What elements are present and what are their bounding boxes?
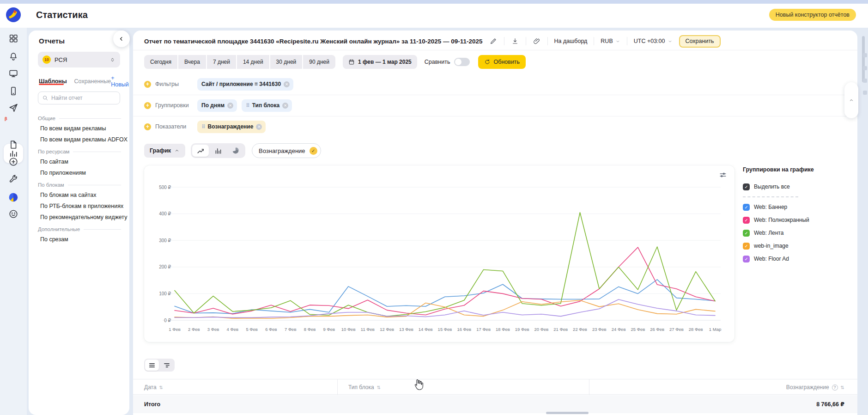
range-preset-button[interactable]: 30 дней: [270, 55, 303, 69]
currency-select[interactable]: RUB: [601, 38, 620, 44]
remove-chip-icon[interactable]: ✕: [284, 81, 290, 87]
checkbox-icon[interactable]: ✓: [743, 217, 750, 224]
column-header-block-type[interactable]: Тип блока⇅: [348, 379, 381, 395]
link-icon[interactable]: [533, 37, 541, 45]
bar-chart-type-button[interactable]: [210, 145, 226, 157]
checkbox-icon[interactable]: ✓: [743, 230, 750, 237]
tree-view-button[interactable]: [160, 360, 174, 371]
chevron-up-icon: [174, 148, 180, 153]
sidebar-report-item[interactable]: По рекомендательному виджету: [38, 212, 121, 223]
svg-text:200 ₽: 200 ₽: [159, 264, 171, 269]
legend-select-all[interactable]: ✓Выделить все: [743, 180, 854, 193]
edit-icon[interactable]: [489, 37, 498, 45]
tab-saved[interactable]: Сохраненные: [74, 78, 111, 85]
add-icon[interactable]: +: [144, 81, 151, 88]
add-icon[interactable]: +: [144, 123, 151, 130]
grid-icon[interactable]: [8, 33, 19, 44]
smiley-icon[interactable]: [8, 208, 19, 220]
compare-label: Сравнить: [425, 59, 450, 65]
bell-icon[interactable]: [8, 51, 19, 62]
legend-item[interactable]: ✓Web: Лента: [743, 226, 854, 239]
legend-item[interactable]: ✓web-in_image: [743, 239, 854, 252]
svg-text:400 ₽: 400 ₽: [159, 211, 171, 216]
drag-handle-icon[interactable]: ⠿: [201, 124, 205, 130]
chart-settings-icon[interactable]: [719, 171, 727, 179]
line-chart-type-button[interactable]: [192, 145, 209, 157]
svg-text:21 Фев: 21 Фев: [553, 327, 568, 332]
filter-chip[interactable]: Сайт / приложение = 3441630✕: [197, 78, 293, 91]
svg-text:16 Фев: 16 Фев: [457, 327, 471, 332]
metric-pill[interactable]: Вознаграждение ✓: [252, 143, 321, 158]
monitor-icon[interactable]: [8, 68, 19, 79]
plus-circle-icon[interactable]: [8, 156, 19, 167]
legend-item[interactable]: ✓Web: Баннер: [743, 201, 854, 214]
yandex-logo-icon: [5, 6, 22, 23]
sidebar-report-item[interactable]: По блокам на сайтах: [38, 189, 121, 201]
range-preset-button[interactable]: 7 дней: [207, 55, 236, 69]
horizontal-scrollbar[interactable]: [546, 412, 589, 414]
column-header-reward[interactable]: Вознаграждение?⇅: [786, 379, 844, 395]
svg-text:23 Фев: 23 Фев: [592, 327, 607, 332]
product-select[interactable]: 10 РСЯ: [38, 52, 120, 67]
report-search[interactable]: [38, 92, 120, 104]
paper-plane-beta-icon[interactable]: β: [8, 102, 19, 113]
updown-icon: [109, 57, 115, 63]
new-constructor-button[interactable]: Новый конструктор отчётов: [769, 9, 856, 21]
wrench-icon[interactable]: [8, 173, 19, 184]
filters-collapse-button[interactable]: [844, 82, 858, 118]
chart-card: 0 ₽100 ₽200 ₽300 ₽400 ₽500 ₽1 Фев2 Фев3 …: [144, 165, 734, 342]
filter-chip[interactable]: По дням✕: [197, 99, 237, 112]
pie-logo-icon[interactable]: [8, 192, 19, 203]
compare-toggle[interactable]: [454, 58, 470, 66]
document-icon[interactable]: [8, 139, 19, 150]
date-range-picker[interactable]: 1 фев — 1 мар 2025: [343, 55, 417, 69]
sidebar-report-item[interactable]: По всем видам рекламы ADFOX: [38, 134, 121, 145]
legend-item[interactable]: ✓Web: Floor Ad: [743, 252, 854, 265]
timezone-select[interactable]: UTC +03:00: [634, 38, 673, 44]
add-icon[interactable]: +: [144, 102, 151, 109]
remove-chip-icon[interactable]: ✕: [256, 124, 262, 130]
phone-icon[interactable]: [8, 85, 19, 97]
chart-mode-dropdown[interactable]: График: [144, 144, 185, 158]
range-preset-button[interactable]: 14 дней: [237, 55, 269, 69]
range-preset-button[interactable]: Вчера: [178, 55, 206, 69]
checkbox-icon[interactable]: ✓: [743, 243, 750, 250]
search-input[interactable]: [51, 95, 116, 101]
checkbox-icon[interactable]: ✓: [743, 183, 750, 190]
sidebar-report-item[interactable]: По сайтам: [38, 156, 121, 167]
svg-text:18 Фев: 18 Фев: [496, 327, 510, 332]
range-preset-button[interactable]: 90 дней: [303, 55, 335, 69]
legend-divider: [743, 196, 798, 197]
remove-chip-icon[interactable]: ✕: [282, 103, 288, 109]
column-header-date[interactable]: Дата⇅: [144, 379, 163, 395]
checkbox-icon[interactable]: ✓: [743, 256, 750, 262]
scroll-strip-marker: [863, 53, 867, 57]
table-total-row: Итого 8 766,66 ₽: [133, 395, 857, 413]
chart-legend: Группировки на графике ✓Выделить все✓Web…: [743, 166, 854, 265]
search-icon: [42, 95, 49, 101]
drag-handle-icon[interactable]: ⠿: [246, 103, 249, 109]
pie-chart-type-button[interactable]: [227, 145, 244, 157]
legend-item[interactable]: ✓Web: Полноэкранный: [743, 214, 854, 226]
filter-chip[interactable]: ⠿Тип блока✕: [242, 99, 292, 112]
vertical-scrollbar[interactable]: [862, 36, 865, 82]
checkbox-icon[interactable]: ✓: [743, 204, 750, 211]
sidebar-collapse-button[interactable]: [113, 31, 130, 47]
sidebar-report-item[interactable]: По всем видам рекламы: [38, 123, 121, 134]
calendar-icon: [348, 59, 355, 65]
sidebar-report-item[interactable]: По приложениям: [38, 167, 121, 178]
sidebar-report-item[interactable]: По срезам: [38, 234, 121, 245]
refresh-button[interactable]: Обновить: [478, 55, 526, 69]
remove-chip-icon[interactable]: ✕: [227, 103, 233, 109]
download-icon[interactable]: [511, 37, 519, 45]
new-report-link[interactable]: + Новый: [111, 75, 129, 88]
range-preset-button[interactable]: Сегодня: [144, 55, 177, 69]
save-button[interactable]: Сохранить: [679, 35, 721, 48]
flat-view-button[interactable]: [145, 360, 159, 371]
yandex-logo[interactable]: [5, 6, 22, 23]
sidebar-report-item[interactable]: По РТБ-блокам в приложениях: [38, 201, 121, 212]
filter-chip[interactable]: ⠿Вознаграждение✕: [197, 121, 266, 133]
table-header: Дата⇅ Тип блока⇅ Вознаграждение?⇅: [133, 379, 857, 395]
to-dashboard-link[interactable]: На дашборд: [554, 38, 588, 44]
total-label: Итого: [144, 401, 160, 408]
